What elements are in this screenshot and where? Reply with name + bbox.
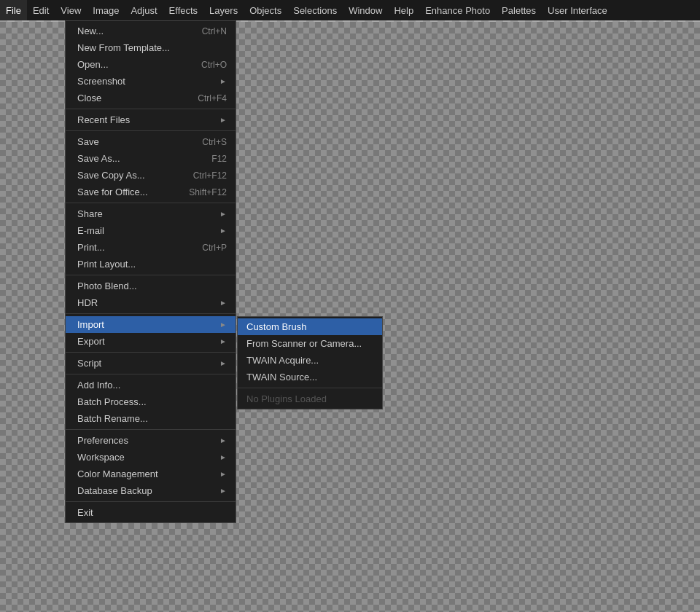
separator xyxy=(66,275,236,275)
menu-item-save-for-office[interactable]: Save for Office... Shift+F12 xyxy=(66,184,236,200)
menubar: File Edit View Image Adjust Effects Laye… xyxy=(0,0,700,20)
separator xyxy=(66,203,236,203)
menubar-item-image[interactable]: Image xyxy=(87,0,125,20)
menu-item-preferences[interactable]: Preferences ► xyxy=(66,432,236,449)
menu-item-email[interactable]: E-mail ► xyxy=(66,222,236,239)
menu-item-script[interactable]: Script ► xyxy=(66,355,236,372)
menubar-item-edit[interactable]: Edit xyxy=(27,0,55,20)
separator xyxy=(66,130,236,131)
menubar-item-help[interactable]: Help xyxy=(388,0,419,20)
menubar-item-palettes[interactable]: Palettes xyxy=(496,0,542,20)
menu-item-workspace[interactable]: Workspace ► xyxy=(66,449,236,466)
menu-item-import[interactable]: Import ► xyxy=(66,316,236,333)
menu-item-batch-rename[interactable]: Batch Rename... xyxy=(66,410,236,427)
menu-item-save-copy-as[interactable]: Save Copy As... Ctrl+F12 xyxy=(66,167,236,184)
arrow-icon: ► xyxy=(219,470,227,478)
separator xyxy=(66,109,236,109)
menu-item-screenshot[interactable]: Screenshot ► xyxy=(66,73,236,90)
menu-item-close[interactable]: Close Ctrl+F4 xyxy=(66,90,236,106)
menu-item-export[interactable]: Export ► xyxy=(66,333,236,350)
menu-item-save-as[interactable]: Save As... F12 xyxy=(66,150,236,167)
menu-item-share[interactable]: Share ► xyxy=(66,205,236,222)
menubar-item-file[interactable]: File xyxy=(0,0,27,20)
arrow-icon: ► xyxy=(219,436,227,444)
menubar-item-enhance-photo[interactable]: Enhance Photo xyxy=(419,0,496,20)
menu-item-color-management[interactable]: Color Management ► xyxy=(66,466,236,482)
menu-item-open[interactable]: Open... Ctrl+O xyxy=(66,56,236,73)
menubar-item-effects[interactable]: Effects xyxy=(163,0,204,20)
menu-item-recent-files[interactable]: Recent Files ► xyxy=(66,111,236,128)
arrow-icon: ► xyxy=(219,487,227,495)
menu-item-print[interactable]: Print... Ctrl+P xyxy=(66,239,236,256)
arrow-icon: ► xyxy=(219,77,227,85)
arrow-icon: ► xyxy=(219,359,227,367)
separator xyxy=(66,374,236,374)
separator xyxy=(238,388,382,388)
arrow-icon: ► xyxy=(219,116,227,124)
menubar-item-objects[interactable]: Objects xyxy=(244,0,287,20)
menubar-item-selections[interactable]: Selections xyxy=(287,0,343,20)
submenu-item-custom-brush[interactable]: Custom Brush xyxy=(238,318,382,335)
arrow-icon: ► xyxy=(219,227,227,235)
menu-item-print-layout[interactable]: Print Layout... xyxy=(66,256,236,272)
menu-item-hdr[interactable]: HDR ► xyxy=(66,294,236,311)
menu-item-new[interactable]: New... Ctrl+N xyxy=(66,23,236,39)
submenu-item-twain-acquire[interactable]: TWAIN Acquire... xyxy=(238,352,382,369)
arrow-icon: ► xyxy=(219,453,227,461)
arrow-icon: ► xyxy=(219,337,227,345)
menu-item-database-backup[interactable]: Database Backup ► xyxy=(66,482,236,499)
submenu-item-no-plugins: No Plugins Loaded xyxy=(238,391,382,407)
menu-item-new-from-template[interactable]: New From Template... xyxy=(66,39,236,56)
menubar-item-user-interface[interactable]: User Interface xyxy=(542,0,613,20)
arrow-icon: ► xyxy=(219,210,227,218)
arrow-icon: ► xyxy=(219,321,227,329)
separator xyxy=(66,501,236,502)
import-submenu: Custom Brush From Scanner or Camera... T… xyxy=(237,316,383,409)
menu-item-add-info[interactable]: Add Info... xyxy=(66,377,236,393)
file-dropdown-menu: New... Ctrl+N New From Template... Open.… xyxy=(65,20,236,523)
menu-item-batch-process[interactable]: Batch Process... xyxy=(66,393,236,410)
menu-item-save[interactable]: Save Ctrl+S xyxy=(66,133,236,150)
menubar-item-view[interactable]: View xyxy=(55,0,87,20)
menu-item-photo-blend[interactable]: Photo Blend... xyxy=(66,278,236,294)
submenu-item-twain-source[interactable]: TWAIN Source... xyxy=(238,369,382,385)
separator xyxy=(66,352,236,353)
import-container: Import ► Custom Brush From Scanner or Ca… xyxy=(66,316,236,333)
submenu-item-from-scanner[interactable]: From Scanner or Camera... xyxy=(238,335,382,352)
arrow-icon: ► xyxy=(219,299,227,307)
menubar-item-window[interactable]: Window xyxy=(343,0,388,20)
menu-item-exit[interactable]: Exit xyxy=(66,504,236,521)
separator xyxy=(66,313,236,314)
separator xyxy=(66,429,236,430)
menubar-item-adjust[interactable]: Adjust xyxy=(125,0,163,20)
menubar-item-layers[interactable]: Layers xyxy=(203,0,244,20)
